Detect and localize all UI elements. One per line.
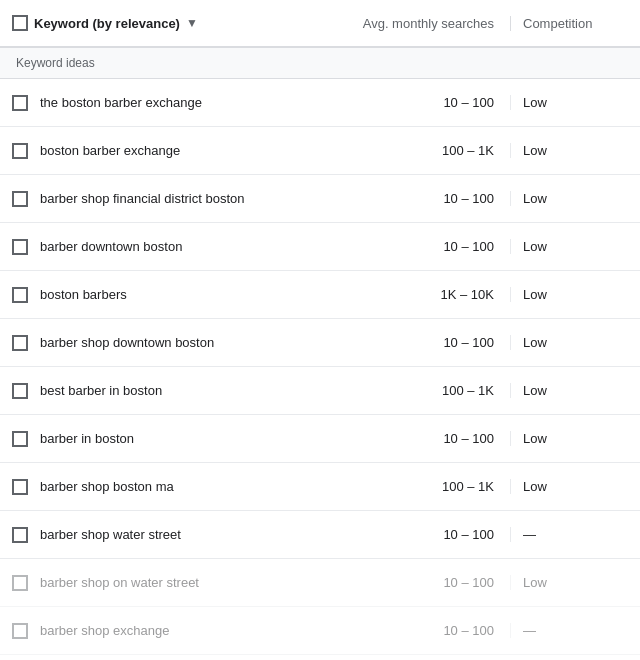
row-checkbox[interactable] (12, 623, 28, 639)
table-row[interactable]: barber shop water street 10 – 100 — (0, 511, 640, 559)
keyword-cell: barber shop financial district boston (0, 191, 312, 207)
table-row[interactable]: barber shop financial district boston 10… (0, 175, 640, 223)
row-checkbox[interactable] (12, 527, 28, 543)
keyword-text: barber shop downtown boston (40, 335, 214, 350)
keyword-cell: the boston barber exchange (0, 95, 312, 111)
row-checkbox[interactable] (12, 335, 28, 351)
keyword-text: barber shop exchange (40, 623, 169, 638)
searches-cell: 10 – 100 (312, 95, 510, 110)
competition-cell: Low (510, 383, 640, 398)
competition-cell: — (510, 527, 640, 542)
searches-cell: 10 – 100 (312, 575, 510, 590)
competition-column-header: Competition (510, 16, 640, 31)
select-all-checkbox[interactable] (12, 15, 28, 31)
searches-cell: 10 – 100 (312, 527, 510, 542)
table-row[interactable]: best barber in boston 100 – 1K Low (0, 367, 640, 415)
keyword-header-label: Keyword (by relevance) (34, 16, 180, 31)
competition-cell: Low (510, 431, 640, 446)
table-row[interactable]: barber shop downtown boston 10 – 100 Low (0, 319, 640, 367)
searches-cell: 100 – 1K (312, 143, 510, 158)
table-row[interactable]: barber downtown boston 10 – 100 Low (0, 223, 640, 271)
competition-cell: Low (510, 239, 640, 254)
keyword-text: best barber in boston (40, 383, 162, 398)
keyword-text: barber shop financial district boston (40, 191, 245, 206)
keyword-cell: barber shop water street (0, 527, 312, 543)
keyword-text: barber downtown boston (40, 239, 182, 254)
row-checkbox[interactable] (12, 431, 28, 447)
row-checkbox[interactable] (12, 191, 28, 207)
keyword-cell: best barber in boston (0, 383, 312, 399)
keyword-cell: boston barber exchange (0, 143, 312, 159)
competition-cell: Low (510, 143, 640, 158)
competition-cell: — (510, 623, 640, 638)
row-checkbox[interactable] (12, 575, 28, 591)
section-label: Keyword ideas (0, 48, 640, 79)
table-row[interactable]: barber shop on water street 10 – 100 Low (0, 559, 640, 607)
searches-column-header: Avg. monthly searches (312, 16, 510, 31)
competition-cell: Low (510, 287, 640, 302)
searches-cell: 100 – 1K (312, 479, 510, 494)
competition-cell: Low (510, 575, 640, 590)
competition-cell: Low (510, 191, 640, 206)
keyword-cell: barber shop downtown boston (0, 335, 312, 351)
keyword-cell: barber downtown boston (0, 239, 312, 255)
row-checkbox[interactable] (12, 95, 28, 111)
keyword-table: the boston barber exchange 10 – 100 Low … (0, 79, 640, 655)
row-checkbox[interactable] (12, 143, 28, 159)
competition-cell: Low (510, 335, 640, 350)
searches-cell: 10 – 100 (312, 239, 510, 254)
row-checkbox[interactable] (12, 287, 28, 303)
keyword-text: the boston barber exchange (40, 95, 202, 110)
keyword-cell: barber in boston (0, 431, 312, 447)
keyword-text: barber in boston (40, 431, 134, 446)
keyword-cell: barber shop exchange (0, 623, 312, 639)
searches-cell: 10 – 100 (312, 431, 510, 446)
keyword-text: barber shop on water street (40, 575, 199, 590)
searches-cell: 10 – 100 (312, 335, 510, 350)
keyword-text: boston barber exchange (40, 143, 180, 158)
table-row[interactable]: barber shop boston ma 100 – 1K Low (0, 463, 640, 511)
table-row[interactable]: boston barber exchange 100 – 1K Low (0, 127, 640, 175)
keyword-text: boston barbers (40, 287, 127, 302)
keyword-cell: barber shop on water street (0, 575, 312, 591)
keyword-cell: barber shop boston ma (0, 479, 312, 495)
row-checkbox[interactable] (12, 383, 28, 399)
searches-cell: 10 – 100 (312, 191, 510, 206)
searches-cell: 10 – 100 (312, 623, 510, 638)
keyword-column-header[interactable]: Keyword (by relevance) ▼ (0, 15, 312, 31)
keyword-cell: boston barbers (0, 287, 312, 303)
table-row[interactable]: boston barbers 1K – 10K Low (0, 271, 640, 319)
searches-cell: 1K – 10K (312, 287, 510, 302)
keyword-text: barber shop boston ma (40, 479, 174, 494)
row-checkbox[interactable] (12, 239, 28, 255)
competition-cell: Low (510, 479, 640, 494)
keyword-text: barber shop water street (40, 527, 181, 542)
searches-cell: 100 – 1K (312, 383, 510, 398)
row-checkbox[interactable] (12, 479, 28, 495)
sort-icon: ▼ (186, 16, 198, 30)
table-row[interactable]: barber shop exchange 10 – 100 — (0, 607, 640, 655)
table-row[interactable]: the boston barber exchange 10 – 100 Low (0, 79, 640, 127)
competition-cell: Low (510, 95, 640, 110)
table-header: Keyword (by relevance) ▼ Avg. monthly se… (0, 0, 640, 48)
table-row[interactable]: barber in boston 10 – 100 Low (0, 415, 640, 463)
